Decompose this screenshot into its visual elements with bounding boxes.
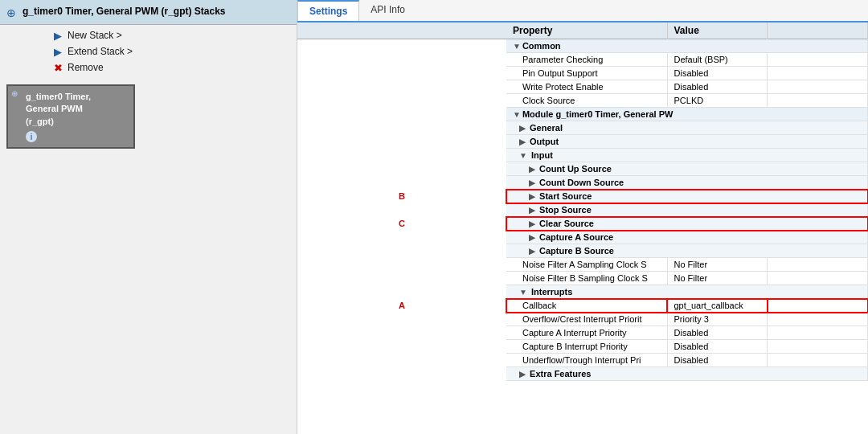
table-row[interactable]: ▼ Interrupts bbox=[297, 285, 868, 299]
value-cell[interactable]: gpt_uart_callback bbox=[667, 299, 768, 313]
value-cell[interactable]: Default (BSP) bbox=[667, 53, 768, 67]
marker-cell bbox=[297, 231, 506, 244]
extend-stack-label: Extend Stack > bbox=[68, 46, 133, 57]
subsection-label[interactable]: ▶ Extra Features bbox=[506, 367, 868, 381]
table-row[interactable]: ▼ Input bbox=[297, 149, 868, 162]
table-row[interactable]: ▼Common bbox=[297, 39, 868, 53]
value-cell[interactable]: Priority 3 bbox=[667, 313, 768, 326]
extra-cell bbox=[768, 354, 868, 367]
table-row[interactable]: ▶ Capture B Source bbox=[297, 244, 868, 258]
extend-stack-icon: ▶ bbox=[51, 46, 64, 57]
left-toolbar: ▶ New Stack > ▶ Extend Stack > ✖ Remove bbox=[0, 25, 297, 78]
property-header: Property bbox=[506, 23, 667, 39]
new-stack-icon: ▶ bbox=[51, 30, 64, 41]
property-cell: Clock Source bbox=[506, 94, 667, 108]
left-panel: ⊕ g_timer0 Timer, General PWM (r_gpt) St… bbox=[0, 0, 297, 434]
value-cell[interactable]: Disabled bbox=[667, 80, 768, 94]
marker-cell bbox=[297, 340, 506, 354]
table-row[interactable]: ACallbackgpt_uart_callback bbox=[297, 299, 868, 313]
extend-stack-button[interactable]: ▶ Extend Stack > bbox=[48, 44, 293, 59]
table-row[interactable]: Overflow/Crest Interrupt PrioritPriority… bbox=[297, 313, 868, 326]
value-cell[interactable]: PCLKD bbox=[667, 94, 768, 108]
extra-cell bbox=[768, 53, 868, 67]
marker-cell bbox=[297, 94, 506, 108]
value-cell[interactable]: Disabled bbox=[667, 340, 768, 354]
table-row[interactable]: Capture B Interrupt PriorityDisabled bbox=[297, 340, 868, 354]
marker-cell bbox=[297, 354, 506, 367]
subsection-label[interactable]: ▼ Input bbox=[506, 149, 868, 162]
marker-cell bbox=[297, 313, 506, 326]
subsection-label[interactable]: ▶ Output bbox=[506, 135, 868, 149]
property-table: Property Value ▼CommonParameter Checking… bbox=[297, 23, 868, 381]
table-row[interactable]: B▶ Start Source bbox=[297, 190, 868, 203]
table-row[interactable]: ▶ Stop Source bbox=[297, 203, 868, 217]
subsection-label[interactable]: ▶ General bbox=[506, 121, 868, 135]
marker-cell: B bbox=[297, 190, 506, 203]
marker-cell bbox=[297, 108, 506, 121]
subsection-label[interactable]: ▶ Count Up Source bbox=[506, 162, 868, 176]
table-row[interactable]: Clock SourcePCLKD bbox=[297, 94, 868, 108]
value-cell[interactable]: Disabled bbox=[667, 326, 768, 340]
marker-cell bbox=[297, 285, 506, 299]
value-cell[interactable]: Disabled bbox=[667, 354, 768, 367]
property-cell: Parameter Checking bbox=[506, 53, 667, 67]
table-row[interactable]: ▶ Extra Features bbox=[297, 367, 868, 381]
value-cell[interactable]: No Filter bbox=[667, 272, 768, 285]
marker-cell bbox=[297, 203, 506, 217]
stack-block-title: g_timer0 Timer,General PWM(r_gpt) bbox=[26, 91, 127, 128]
remove-button[interactable]: ✖ Remove bbox=[48, 60, 293, 75]
marker-cell bbox=[297, 39, 506, 53]
table-row[interactable]: Parameter CheckingDefault (BSP) bbox=[297, 53, 868, 67]
table-row[interactable]: ▼Module g_timer0 Timer, General PW bbox=[297, 108, 868, 121]
extra-cell bbox=[768, 326, 868, 340]
marker-cell bbox=[297, 272, 506, 285]
table-row[interactable]: ▶ Count Down Source bbox=[297, 176, 868, 190]
tab-api-info[interactable]: API Info bbox=[359, 0, 416, 21]
subsection-label[interactable]: ▶ Stop Source bbox=[506, 203, 868, 217]
table-header-row: Property Value bbox=[297, 23, 868, 39]
property-header bbox=[297, 23, 506, 39]
extra-header bbox=[768, 23, 868, 39]
table-row[interactable]: C▶ Clear Source bbox=[297, 217, 868, 231]
table-row[interactable]: Capture A Interrupt PriorityDisabled bbox=[297, 326, 868, 340]
highlighted-subsection[interactable]: ▶ Start Source bbox=[506, 190, 868, 203]
value-cell[interactable]: No Filter bbox=[667, 258, 768, 272]
highlighted-subsection[interactable]: ▶ Clear Source bbox=[506, 217, 868, 231]
value-header: Value bbox=[667, 23, 768, 39]
table-row[interactable]: Pin Output SupportDisabled bbox=[297, 67, 868, 80]
marker-cell bbox=[297, 53, 506, 67]
value-cell[interactable]: Disabled bbox=[667, 67, 768, 80]
table-row[interactable]: ▶ General bbox=[297, 121, 868, 135]
table-row[interactable]: Underflow/Trough Interrupt PriDisabled bbox=[297, 354, 868, 367]
extra-cell bbox=[768, 313, 868, 326]
marker-cell bbox=[297, 149, 506, 162]
table-row[interactable]: ▶ Count Up Source bbox=[297, 162, 868, 176]
tab-settings[interactable]: Settings bbox=[297, 0, 359, 21]
property-table-wrapper: Property Value ▼CommonParameter Checking… bbox=[297, 23, 868, 434]
extra-cell bbox=[768, 299, 868, 313]
subsection-label[interactable]: ▼ Interrupts bbox=[506, 285, 868, 299]
table-row[interactable]: Noise Filter B Sampling Clock SNo Filter bbox=[297, 272, 868, 285]
subsection-label[interactable]: ▶ Capture B Source bbox=[506, 244, 868, 258]
subsection-label[interactable]: ▶ Count Down Source bbox=[506, 176, 868, 190]
table-row[interactable]: ▶ Output bbox=[297, 135, 868, 149]
marker-cell: C bbox=[297, 217, 506, 231]
property-cell: Capture A Interrupt Priority bbox=[506, 326, 667, 340]
table-row[interactable]: ▶ Capture A Source bbox=[297, 231, 868, 244]
table-row[interactable]: Noise Filter A Sampling Clock SNo Filter bbox=[297, 258, 868, 272]
section-label: ▼Module g_timer0 Timer, General PW bbox=[506, 108, 868, 121]
extra-cell bbox=[768, 94, 868, 108]
marker-cell bbox=[297, 121, 506, 135]
stack-block-text: g_timer0 Timer,General PWM(r_gpt) i bbox=[14, 91, 127, 142]
info-icon[interactable]: i bbox=[26, 131, 37, 142]
stack-block[interactable]: ⊕ g_timer0 Timer,General PWM(r_gpt) i bbox=[6, 84, 135, 149]
marker-cell bbox=[297, 162, 506, 176]
new-stack-label: New Stack > bbox=[68, 30, 122, 41]
table-row[interactable]: Write Protect EnableDisabled bbox=[297, 80, 868, 94]
property-cell: Pin Output Support bbox=[506, 67, 667, 80]
marker-cell: A bbox=[297, 299, 506, 313]
property-cell: Capture B Interrupt Priority bbox=[506, 340, 667, 354]
subsection-label[interactable]: ▶ Capture A Source bbox=[506, 231, 868, 244]
tab-bar: Settings API Info bbox=[297, 0, 868, 23]
new-stack-button[interactable]: ▶ New Stack > bbox=[48, 28, 293, 43]
